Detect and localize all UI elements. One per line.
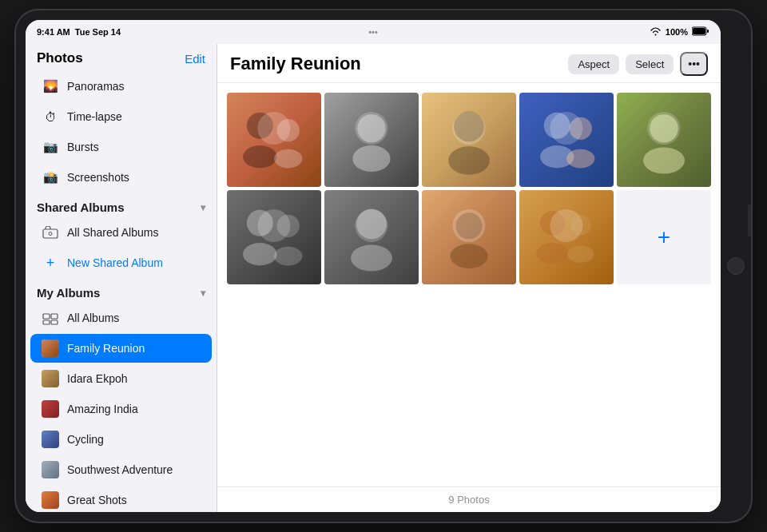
photo-7[interactable] — [324, 190, 419, 284]
sidebar-item-bursts[interactable]: 📷 Bursts — [30, 133, 212, 161]
aspect-button[interactable]: Aspect — [568, 54, 619, 74]
header-actions: Aspect Select ••• — [568, 52, 708, 76]
family-reunion-label: Family Reunion — [67, 342, 145, 355]
sidebar-item-idara-ekpoh[interactable]: Idara Ekpoh — [30, 364, 212, 393]
battery-icon — [692, 26, 709, 38]
shared-albums-chevron: ▾ — [201, 202, 205, 213]
svg-point-25 — [277, 215, 300, 237]
my-albums-chevron: ▾ — [201, 288, 205, 299]
my-albums-label: My Albums — [37, 286, 100, 300]
sidebar-title: Photos — [37, 50, 83, 66]
svg-point-20 — [566, 149, 594, 169]
battery-label: 100% — [666, 27, 688, 37]
all-shared-label: All Shared Albums — [67, 226, 158, 239]
southwest-label: Southwest Adventure — [67, 463, 173, 476]
svg-point-28 — [351, 244, 392, 271]
sidebar-item-label: Screenshots — [67, 171, 129, 184]
cycling-label: Cycling — [67, 433, 104, 446]
svg-point-21 — [650, 114, 678, 142]
photos-grid: + — [217, 83, 721, 486]
svg-point-24 — [243, 243, 276, 265]
photo-3[interactable] — [422, 93, 516, 187]
main-panel: Family Reunion Aspect Select ••• — [217, 44, 721, 512]
photo-6[interactable] — [227, 190, 321, 284]
svg-point-29 — [455, 212, 482, 239]
photo-1[interactable] — [227, 93, 321, 187]
shared-albums-section-header[interactable]: Shared Albums ▾ — [26, 193, 217, 217]
status-bar: 9:41 AM Tue Sep 14 ••• 100% — [26, 20, 721, 44]
photo-count: 9 Photos — [448, 494, 489, 506]
sidebar-item-timelapse[interactable]: ⏱ Time-lapse — [30, 102, 212, 131]
select-button[interactable]: Select — [626, 54, 674, 74]
svg-point-12 — [274, 149, 302, 169]
photos-footer: 9 Photos — [217, 486, 721, 512]
sidebar-item-great-shots[interactable]: Great Shots — [30, 486, 212, 512]
svg-point-11 — [277, 119, 300, 141]
svg-rect-7 — [43, 320, 50, 324]
bursts-icon: 📷 — [42, 138, 59, 156]
sidebar-item-all-albums[interactable]: All Albums — [30, 304, 212, 332]
all-albums-label: All Albums — [67, 312, 119, 324]
svg-point-17 — [544, 113, 570, 139]
svg-point-31 — [540, 211, 565, 236]
svg-point-15 — [454, 112, 484, 142]
sidebar-item-southwest-adventure[interactable]: Southwest Adventure — [30, 455, 212, 484]
svg-point-26 — [274, 247, 302, 266]
svg-point-4 — [49, 232, 52, 236]
page-title: Family Reunion — [230, 54, 361, 74]
photo-8[interactable] — [422, 190, 516, 284]
photo-2[interactable] — [324, 93, 419, 187]
status-time: 9:41 AM — [37, 27, 70, 37]
sidebar-item-label: Time-lapse — [67, 110, 122, 123]
photo-row-2: + — [227, 190, 711, 284]
sidebar-item-new-shared[interactable]: + New Shared Album — [30, 248, 212, 277]
svg-rect-2 — [707, 30, 709, 33]
sidebar-item-screenshots[interactable]: 📸 Screenshots — [30, 163, 212, 192]
my-albums-section-header[interactable]: My Albums ▾ — [26, 278, 217, 303]
svg-point-9 — [247, 113, 273, 139]
sidebar: Photos Edit 🌄 Panoramas ⏱ Time-lapse 📷 B… — [26, 44, 217, 512]
drag-indicator: ••• — [368, 27, 378, 37]
svg-point-13 — [357, 114, 385, 142]
india-thumb — [42, 400, 59, 418]
family-reunion-thumb — [42, 339, 59, 357]
svg-point-27 — [356, 209, 387, 240]
status-date: Tue Sep 14 — [75, 27, 121, 37]
screenshots-icon: 📸 — [42, 169, 59, 186]
sidebar-item-cycling[interactable]: Cycling — [30, 425, 212, 454]
home-button[interactable] — [727, 257, 745, 275]
photo-4[interactable] — [519, 93, 614, 187]
svg-point-16 — [448, 146, 490, 174]
great-shots-label: Great Shots — [67, 494, 127, 506]
new-shared-icon: + — [42, 254, 59, 272]
more-options-button[interactable]: ••• — [680, 52, 708, 76]
svg-point-34 — [567, 246, 594, 263]
add-photo-button[interactable]: + — [617, 190, 711, 284]
sidebar-edit-button[interactable]: Edit — [185, 52, 205, 66]
svg-rect-3 — [43, 229, 58, 238]
svg-point-23 — [247, 210, 273, 236]
panoramas-icon: 🌄 — [42, 77, 59, 95]
cycling-thumb — [42, 431, 59, 448]
new-shared-label: New Shared Album — [67, 256, 163, 269]
svg-rect-6 — [51, 314, 58, 319]
svg-point-22 — [643, 147, 685, 173]
svg-point-10 — [243, 145, 276, 168]
india-label: Amazing India — [67, 403, 138, 415]
photo-row-1 — [227, 93, 711, 187]
svg-point-30 — [450, 244, 487, 268]
svg-rect-5 — [43, 314, 50, 319]
sidebar-item-panoramas[interactable]: 🌄 Panoramas — [30, 72, 212, 101]
wifi-icon — [650, 26, 662, 38]
sidebar-item-family-reunion[interactable]: Family Reunion — [30, 334, 212, 363]
sidebar-item-amazing-india[interactable]: Amazing India — [30, 395, 212, 423]
photo-9[interactable] — [519, 190, 614, 284]
sidebar-item-all-shared[interactable]: All Shared Albums — [30, 218, 212, 247]
photo-5[interactable] — [617, 93, 711, 187]
svg-point-14 — [352, 145, 390, 172]
svg-point-32 — [536, 243, 568, 264]
idara-label: Idara Ekpoh — [67, 372, 128, 385]
all-albums-icon — [42, 309, 59, 327]
dots-icon: ••• — [688, 58, 700, 70]
sidebar-item-label: Panoramas — [67, 80, 125, 93]
